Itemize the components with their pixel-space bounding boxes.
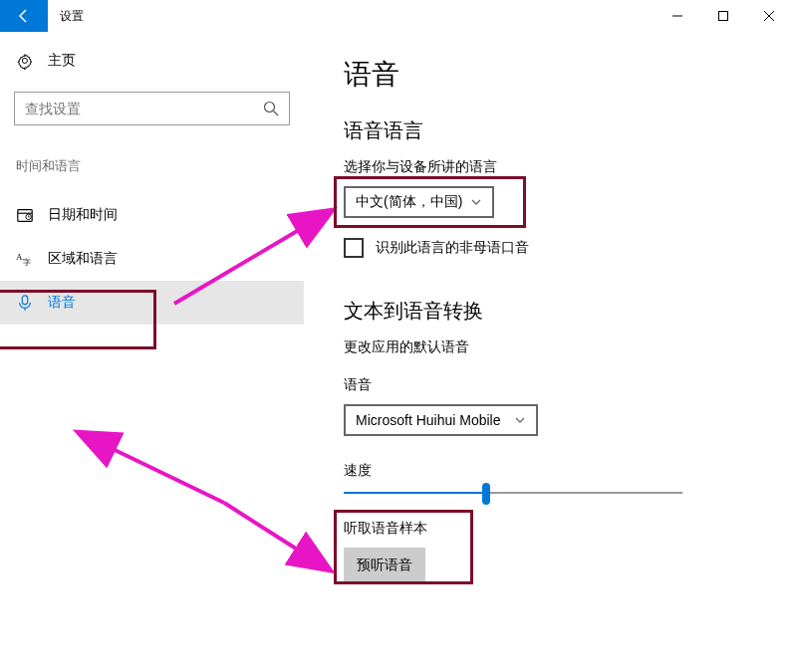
window-title: 设置 [48, 0, 96, 32]
window-controls [655, 0, 792, 32]
voice-dropdown[interactable]: Microsoft Huihui Mobile [344, 404, 538, 436]
preview-button[interactable]: 预听语音 [344, 548, 425, 583]
svg-rect-1 [719, 12, 728, 21]
accent-checkbox-label: 识别此语言的非母语口音 [376, 239, 529, 257]
section-tts: 文本到语音转换 [344, 298, 752, 325]
home-link[interactable]: 主页 [14, 52, 290, 70]
svg-rect-13 [22, 296, 27, 305]
nav-item-speech[interactable]: 语音 [0, 281, 304, 325]
nav-item-region[interactable]: A字 区域和语言 [14, 237, 290, 281]
search-box[interactable] [14, 92, 290, 125]
accent-checkbox-row[interactable]: 识别此语言的非母语口音 [344, 238, 752, 258]
nav-label: 区域和语言 [48, 250, 118, 268]
clock-icon [16, 206, 34, 224]
sidebar: 主页 时间和语言 日期和时间 A字 区域和语言 语音 [0, 32, 304, 672]
svg-text:A: A [16, 252, 23, 262]
nav-label: 语音 [48, 294, 76, 312]
dropdown-value: Microsoft Huihui Mobile [356, 412, 501, 428]
chevron-down-icon [470, 196, 482, 208]
category-header: 时间和语言 [14, 157, 290, 175]
voice-label: 语音 [344, 376, 752, 394]
dropdown-value: 中文(简体，中国) [356, 193, 462, 211]
main-panel: 语音 语音语言 选择你与设备所讲的语言 中文(简体，中国) 识别此语言的非母语口… [304, 32, 792, 672]
mic-icon [16, 294, 34, 312]
nav-item-datetime[interactable]: 日期和时间 [14, 193, 290, 237]
tts-desc: 更改应用的默认语音 [344, 338, 752, 356]
search-input[interactable] [25, 101, 263, 116]
svg-point-4 [265, 103, 275, 112]
search-icon [263, 101, 279, 116]
speech-lang-label: 选择你与设备所讲的语言 [344, 158, 752, 176]
section-speech-lang: 语音语言 [344, 117, 752, 144]
back-button[interactable] [0, 0, 48, 32]
speed-label: 速度 [344, 462, 752, 480]
svg-point-8 [26, 214, 31, 219]
language-icon: A字 [16, 250, 34, 268]
svg-text:字: 字 [23, 258, 31, 267]
svg-line-5 [274, 112, 279, 116]
close-button[interactable] [746, 0, 792, 32]
titlebar: 设置 [0, 0, 792, 32]
accent-checkbox[interactable] [344, 238, 364, 258]
home-label: 主页 [48, 52, 76, 70]
chevron-down-icon [514, 414, 526, 426]
speed-slider[interactable] [344, 492, 682, 494]
sample-label: 听取语音样本 [344, 520, 427, 538]
speech-lang-dropdown[interactable]: 中文(简体，中国) [344, 186, 494, 218]
minimize-button[interactable] [655, 0, 700, 32]
slider-thumb[interactable] [482, 483, 490, 505]
maximize-button[interactable] [700, 0, 746, 32]
gear-icon [16, 52, 34, 70]
nav-label: 日期和时间 [48, 206, 118, 224]
page-title: 语音 [344, 56, 752, 94]
slider-fill [344, 492, 486, 494]
